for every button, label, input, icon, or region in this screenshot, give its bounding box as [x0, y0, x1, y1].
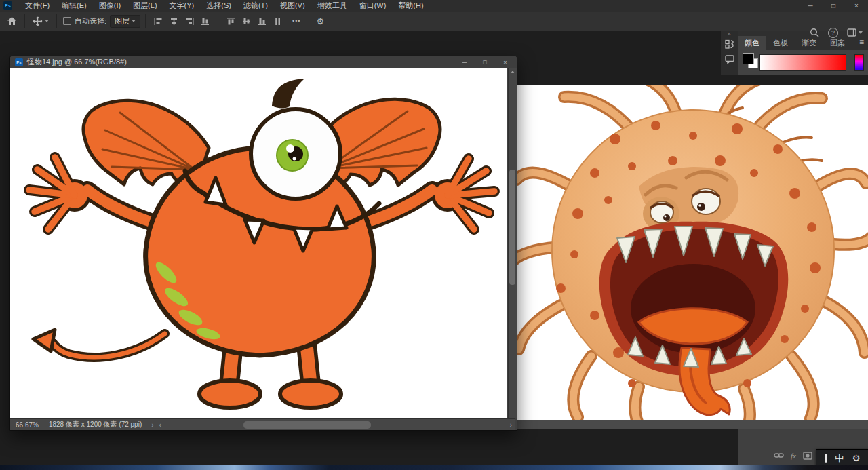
notes-panel-icon[interactable] [721, 52, 738, 66]
auto-select-value: 图层 [115, 16, 130, 26]
photoshop-logo-icon[interactable]: Ps [3, 1, 12, 10]
document-canvas[interactable] [10, 68, 507, 418]
chevron-down-icon [859, 31, 863, 34]
vertical-scrollbar[interactable] [508, 68, 517, 418]
glyphs-panel-icon[interactable] [721, 37, 738, 52]
help-icon[interactable]: ? [828, 28, 838, 38]
menu-bar: 文件(F) 编辑(E) 图像(I) 图层(L) 文字(Y) 选择(S) 滤镜(T… [19, 0, 430, 12]
tool-settings-gear-icon[interactable]: ⚙ [314, 13, 328, 29]
document-window: Ps 怪物14.jpg @ 66.7%(RGB/8#) ─ □ × [9, 56, 517, 431]
ime-caret-icon [825, 454, 827, 463]
menu-type[interactable]: 文字(Y) [163, 0, 201, 12]
chevron-down-icon [45, 20, 49, 22]
distribute-vertical-icon[interactable] [270, 13, 285, 29]
align-left-icon[interactable] [151, 13, 166, 29]
search-icon[interactable] [810, 28, 819, 37]
app-window-controls: ─ □ × [799, 0, 868, 12]
menu-image[interactable]: 图像(I) [93, 0, 127, 12]
document-titlebar[interactable]: Ps 怪物14.jpg @ 66.7%(RGB/8#) ─ □ × [10, 56, 517, 68]
workspace-switcher-icon[interactable] [847, 28, 863, 37]
zoom-level[interactable]: 66.67% [16, 421, 39, 429]
link-layers-icon[interactable] [774, 451, 784, 460]
cyclops-monster-illustration [10, 68, 507, 418]
foreground-color-swatch[interactable] [743, 53, 754, 64]
ime-toolbar: 中 ⚙ [816, 449, 868, 467]
desktop-wallpaper-strip [0, 465, 868, 470]
auto-select-checkbox[interactable] [63, 17, 71, 25]
psd-file-icon: Ps [15, 58, 23, 66]
align-middle-icon[interactable] [239, 13, 254, 29]
menu-file[interactable]: 文件(F) [19, 0, 56, 12]
align-right-icon[interactable] [182, 13, 197, 29]
horizontal-scroll-thumb[interactable] [243, 421, 371, 429]
document-window-controls: ─ □ × [454, 56, 515, 68]
divider [309, 14, 309, 28]
status-forward-icon[interactable]: › [151, 421, 153, 429]
align-center-horizontal-icon[interactable] [166, 13, 182, 29]
saturation-ramp[interactable] [760, 54, 846, 71]
home-icon[interactable] [4, 13, 20, 29]
doc-minimize-button[interactable]: ─ [454, 56, 475, 68]
more-options-icon[interactable]: ••• [290, 13, 303, 29]
menu-layer[interactable]: 图层(L) [127, 0, 163, 12]
color-panel-content [738, 50, 868, 75]
menu-window[interactable]: 窗口(W) [353, 0, 393, 12]
align-top-icon[interactable] [223, 13, 239, 29]
ime-settings-gear-icon[interactable]: ⚙ [852, 454, 861, 463]
auto-select-dropdown[interactable]: 图层 [110, 15, 140, 28]
scroll-right-icon[interactable]: › [510, 421, 512, 429]
align-bottom-edges-icon[interactable] [197, 13, 213, 29]
auto-select-label: 自动选择: [75, 16, 106, 26]
menu-select[interactable]: 选择(S) [200, 0, 237, 12]
app-close-button[interactable]: × [845, 0, 868, 12]
collapse-dock-icon[interactable]: « [721, 31, 738, 37]
document-dimensions: 1828 像素 x 1200 像素 (72 ppi) [49, 420, 142, 429]
document-title: 怪物14.jpg @ 66.7%(RGB/8#) [27, 57, 127, 67]
layer-effects-icon[interactable]: fx [791, 452, 796, 460]
app-minimize-button[interactable]: ─ [799, 0, 822, 12]
workspace: « » 颜色 色板 渐变 图案 ≡ [0, 31, 868, 465]
divider [24, 14, 25, 28]
hue-slider[interactable] [854, 54, 864, 71]
divider [56, 14, 57, 28]
divider [145, 14, 146, 28]
background-document-canvas[interactable] [513, 85, 868, 420]
panel-icon-column: « [721, 31, 738, 75]
align-bottom-icon[interactable] [254, 13, 270, 29]
menu-plugins[interactable]: 增效工具 [311, 0, 353, 12]
vertical-scroll-thumb[interactable] [509, 170, 515, 285]
menu-filter[interactable]: 滤镜(T) [237, 0, 274, 12]
chevron-down-icon [132, 20, 136, 22]
ime-mode-indicator[interactable]: 中 [835, 452, 844, 465]
menu-edit[interactable]: 编辑(E) [56, 0, 93, 12]
app-maximize-button[interactable]: □ [822, 0, 845, 12]
layer-mask-icon[interactable] [803, 452, 812, 460]
status-back-icon[interactable]: ‹ [159, 421, 161, 429]
document-statusbar: 66.67% 1828 像素 x 1200 像素 (72 ppi) › ‹ › [10, 418, 515, 430]
app-titlebar: Ps 文件(F) 编辑(E) 图像(I) 图层(L) 文字(Y) 选择(S) 滤… [0, 0, 868, 12]
move-tool-icon[interactable] [30, 13, 52, 29]
menu-help[interactable]: 帮助(H) [392, 0, 429, 12]
scroll-up-icon[interactable] [511, 71, 515, 73]
tab-color[interactable]: 颜色 [738, 36, 766, 50]
divider [218, 14, 218, 28]
menu-view[interactable]: 视图(V) [274, 0, 311, 12]
tool-options-bar: 自动选择: 图层 ••• ⚙ ? [0, 12, 868, 31]
virus-monster-illustration [513, 85, 868, 420]
doc-close-button[interactable]: × [495, 56, 515, 68]
doc-maximize-button[interactable]: □ [475, 56, 495, 68]
background-document-scrollbar[interactable] [513, 420, 868, 429]
tab-swatches[interactable]: 色板 [766, 36, 795, 50]
